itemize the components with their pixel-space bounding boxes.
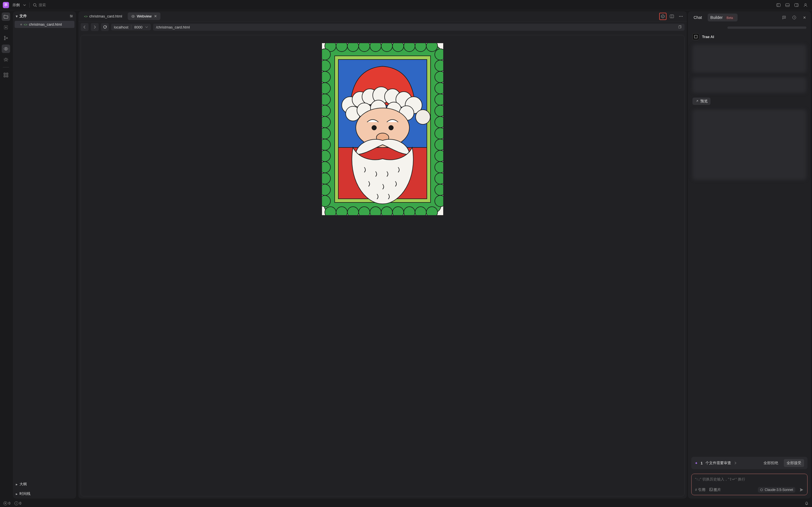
svg-point-63 bbox=[322, 173, 331, 184]
settings-icon[interactable] bbox=[69, 14, 73, 18]
host-selector[interactable]: localhost 8000 bbox=[111, 24, 151, 31]
activity-preview[interactable] bbox=[2, 45, 10, 53]
search-input[interactable] bbox=[39, 3, 72, 7]
activity-search-scope[interactable] bbox=[2, 23, 10, 32]
svg-rect-18 bbox=[6, 75, 8, 77]
tab-file[interactable]: <> christmas_card.html bbox=[81, 12, 125, 20]
svg-point-19 bbox=[70, 15, 71, 15]
svg-point-51 bbox=[426, 207, 438, 215]
chat-tab-builder[interactable]: Builder Beta bbox=[708, 13, 738, 21]
account-icon[interactable] bbox=[802, 1, 809, 9]
file-tree-item[interactable]: <> christmas_card.html bbox=[15, 21, 74, 28]
chat-input-box[interactable]: "↑↓" 切换历史输入，"⇧↵" 换行 # 引用 图片 Claude-3.5-S… bbox=[691, 474, 808, 495]
warning-count: 0 bbox=[19, 501, 21, 505]
chat-tab-chat[interactable]: Chat bbox=[691, 13, 705, 21]
svg-point-14 bbox=[5, 59, 7, 61]
svg-point-56 bbox=[322, 94, 331, 105]
svg-point-44 bbox=[347, 207, 359, 215]
svg-rect-3 bbox=[786, 3, 790, 6]
svg-point-40 bbox=[415, 43, 426, 52]
chevron-down-icon[interactable] bbox=[23, 4, 26, 6]
panel-right-toggle[interactable] bbox=[793, 1, 800, 9]
svg-point-7 bbox=[805, 3, 806, 5]
more-icon[interactable] bbox=[677, 13, 685, 20]
reload-button[interactable] bbox=[101, 23, 109, 31]
svg-point-54 bbox=[322, 71, 331, 82]
svg-point-67 bbox=[435, 60, 443, 71]
attach-image[interactable]: 图片 bbox=[709, 487, 721, 492]
warning-icon: ! bbox=[14, 501, 18, 505]
status-errors[interactable]: ✕ 0 bbox=[3, 501, 10, 505]
url-path: /christmas_card.html bbox=[156, 25, 190, 29]
search-icon bbox=[33, 3, 37, 7]
svg-point-68 bbox=[435, 71, 443, 82]
svg-point-62 bbox=[322, 162, 331, 173]
url-input[interactable]: /christmas_card.html bbox=[153, 24, 685, 31]
svg-point-98 bbox=[389, 125, 393, 130]
svg-point-36 bbox=[370, 43, 381, 52]
svg-point-64 bbox=[322, 184, 331, 195]
svg-point-42 bbox=[325, 207, 336, 215]
activity-debug[interactable] bbox=[2, 55, 10, 64]
workspace-name[interactable]: 示例 bbox=[12, 3, 20, 8]
activity-source-control[interactable] bbox=[2, 34, 10, 42]
svg-point-97 bbox=[372, 125, 376, 130]
forward-button[interactable] bbox=[91, 23, 99, 31]
html-icon: <> bbox=[84, 15, 88, 18]
builder-label: Builder bbox=[710, 15, 723, 20]
panel-left-toggle[interactable] bbox=[775, 1, 782, 9]
outline-label: 大纲 bbox=[19, 482, 27, 487]
files-section-header[interactable]: ▾ 文件 bbox=[13, 11, 76, 21]
reject-all-button[interactable]: 全部拒绝 bbox=[761, 459, 781, 467]
activity-explorer[interactable] bbox=[2, 12, 10, 21]
svg-point-79 bbox=[435, 195, 443, 207]
panel-bottom-toggle[interactable] bbox=[784, 1, 791, 9]
accept-all-button[interactable]: 全部接受 bbox=[784, 459, 804, 467]
global-search[interactable] bbox=[33, 3, 72, 7]
svg-point-43 bbox=[336, 207, 347, 215]
chevron-right-icon[interactable] bbox=[734, 462, 737, 464]
svg-point-52 bbox=[322, 49, 331, 60]
svg-point-22 bbox=[133, 16, 134, 17]
outline-section-header[interactable]: ▸ 大纲 bbox=[13, 480, 76, 489]
chat-messages[interactable]: Trae AI 预览 bbox=[688, 24, 811, 455]
divider bbox=[3, 67, 9, 67]
preview-chip[interactable]: 预览 bbox=[692, 98, 710, 105]
chevron-right-icon: ▸ bbox=[16, 482, 18, 487]
status-warnings[interactable]: ! 0 bbox=[14, 501, 21, 505]
sparkle-icon: ✦ bbox=[695, 461, 698, 465]
model-name: Claude-3.5-Sonnet bbox=[765, 488, 793, 492]
svg-point-103 bbox=[710, 489, 711, 489]
back-button[interactable] bbox=[81, 23, 89, 31]
compass-button[interactable] bbox=[659, 13, 666, 20]
svg-rect-5 bbox=[795, 3, 799, 6]
activity-extensions[interactable] bbox=[2, 71, 10, 79]
svg-point-69 bbox=[435, 82, 443, 94]
copy-icon[interactable] bbox=[678, 25, 682, 29]
svg-rect-17 bbox=[4, 75, 5, 77]
svg-point-55 bbox=[322, 82, 331, 94]
svg-point-45 bbox=[359, 207, 370, 215]
file-review-bar: ✦ 1 个文件需要审查 全部拒绝 全部接受 bbox=[691, 457, 808, 469]
svg-rect-29 bbox=[679, 26, 681, 28]
send-button[interactable] bbox=[799, 488, 804, 492]
new-chat-icon[interactable] bbox=[780, 14, 788, 21]
svg-point-58 bbox=[322, 116, 331, 128]
split-editor-icon[interactable] bbox=[668, 13, 676, 20]
tab-webview[interactable]: Webview ✕ bbox=[128, 12, 161, 20]
svg-point-60 bbox=[322, 139, 331, 150]
ai-avatar-icon bbox=[692, 33, 699, 40]
svg-point-11 bbox=[4, 39, 5, 40]
timeline-section-header[interactable]: ▸ 时间线 bbox=[13, 489, 76, 499]
history-icon[interactable] bbox=[791, 14, 798, 21]
svg-point-75 bbox=[435, 150, 443, 162]
attach-reference[interactable]: # 引用 bbox=[695, 487, 705, 492]
svg-point-37 bbox=[381, 43, 393, 52]
notifications-icon[interactable] bbox=[805, 501, 809, 505]
close-icon[interactable]: ✕ bbox=[801, 14, 808, 21]
svg-point-49 bbox=[404, 207, 415, 215]
svg-point-48 bbox=[393, 207, 404, 215]
model-selector[interactable]: Claude-3.5-Sonnet bbox=[758, 487, 795, 493]
close-icon[interactable]: ✕ bbox=[154, 14, 157, 18]
svg-point-72 bbox=[435, 116, 443, 128]
